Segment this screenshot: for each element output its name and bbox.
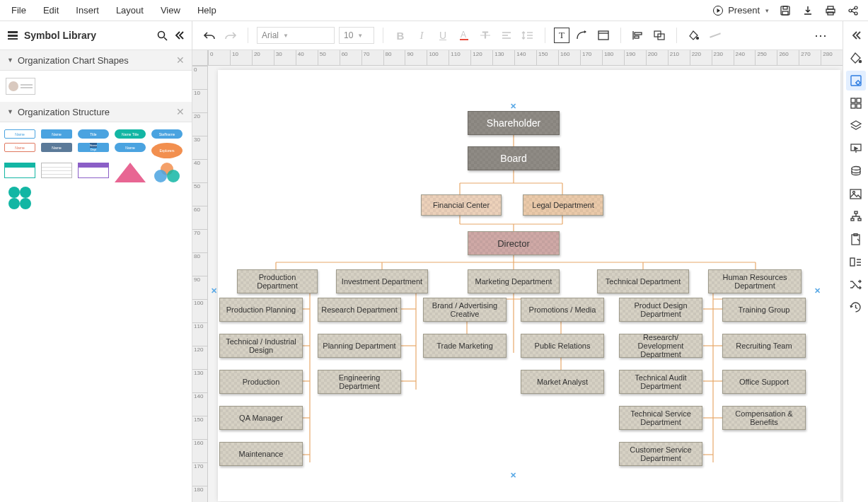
line-style-button[interactable] [707, 27, 724, 44]
download-icon[interactable] [802, 4, 814, 17]
shape-explorers[interactable]: Explorers [151, 143, 183, 158]
properties-icon[interactable] [846, 71, 866, 91]
columns-icon[interactable] [846, 252, 866, 272]
node-prod-0[interactable]: Production Planning [219, 298, 303, 322]
fill-tool-icon[interactable] [846, 48, 866, 68]
line-spacing-button[interactable] [519, 27, 536, 44]
container-button[interactable] [595, 27, 612, 44]
search-icon[interactable] [156, 30, 168, 41]
node-inv-1[interactable]: Planning Department [318, 334, 401, 358]
shape-org-card[interactable] [6, 78, 35, 95]
node-prod-4[interactable]: Maintenance [219, 442, 303, 466]
font-color-button[interactable]: A [456, 27, 473, 44]
history-icon[interactable] [846, 297, 866, 317]
more-button[interactable]: ⋯ [814, 28, 828, 43]
group-button[interactable] [651, 27, 668, 44]
tree-icon[interactable] [846, 206, 866, 226]
shape-name-outline-red[interactable]: Name [4, 143, 35, 152]
align-objects-button[interactable] [630, 27, 647, 44]
node-hr-1[interactable]: Recruiting Team [722, 334, 806, 358]
text-tool-button[interactable]: T [554, 28, 569, 43]
shape-venn[interactable] [151, 163, 183, 182]
clipboard-icon[interactable] [846, 229, 866, 249]
connector-button[interactable] [574, 27, 591, 44]
italic-button[interactable]: I [413, 27, 430, 44]
data-icon[interactable] [846, 161, 866, 181]
canvas[interactable]: ✕ ✕ ✕ ✕ [208, 66, 843, 502]
node-tech-4[interactable]: Customer Service Department [619, 442, 702, 466]
close-icon[interactable]: ✕ [176, 54, 185, 66]
page[interactable]: ✕ ✕ ✕ ✕ [218, 70, 840, 501]
shape-name-dark[interactable]: Name [41, 143, 72, 152]
node-prod-2[interactable]: Production [219, 370, 303, 394]
node-inv-0[interactable]: Research Department [318, 298, 401, 322]
shape-triangle[interactable] [115, 163, 146, 182]
strike-button[interactable]: T [477, 27, 494, 44]
node-tech-3[interactable]: Technical Service Department [619, 406, 702, 430]
node-tech-2[interactable]: Technical Audit Department [619, 370, 702, 394]
shape-name-solid[interactable]: Name [41, 129, 72, 139]
shape-title[interactable]: Title [78, 129, 109, 139]
node-mktr-0[interactable]: Promotions / Media [521, 298, 604, 322]
node-mktr-1[interactable]: Public Relations [521, 334, 604, 358]
node-mkt-0[interactable]: Brand / Advertising Creative [423, 298, 507, 322]
node-hr-2[interactable]: Office Support [722, 370, 806, 394]
node-financial[interactable]: Financial Center [421, 194, 502, 216]
menu-layout[interactable]: Layout [116, 5, 144, 16]
node-tech-1[interactable]: Research/ Development Department [619, 334, 702, 358]
node-dept-production[interactable]: Production Department [237, 269, 318, 293]
menu-edit[interactable]: Edit [43, 5, 59, 16]
node-hr-0[interactable]: Training Group [722, 298, 806, 322]
image-icon[interactable] [846, 184, 866, 204]
align-button[interactable] [498, 27, 515, 44]
node-board[interactable]: Board [468, 146, 560, 170]
node-dept-hr[interactable]: Human Resources Department [708, 269, 802, 293]
shape-table-grid[interactable] [41, 163, 72, 178]
node-dept-technical[interactable]: Technical Department [597, 269, 689, 293]
section-org-structure[interactable]: ▼ Organization Structure ✕ [0, 102, 192, 122]
node-tech-0[interactable]: Product Design Department [619, 298, 702, 322]
redo-button[interactable] [222, 27, 239, 44]
node-inv-2[interactable]: Engineering Department [318, 370, 401, 394]
fill-button[interactable] [685, 27, 702, 44]
grid-icon[interactable] [846, 93, 866, 113]
node-prod-3[interactable]: QA Manager [219, 406, 303, 430]
anchor-left[interactable]: ✕ [211, 286, 217, 296]
menu-insert[interactable]: Insert [76, 5, 99, 16]
shape-table-teal[interactable] [4, 163, 35, 178]
node-prod-1[interactable]: Technical / Industrial Design [219, 334, 303, 358]
node-legal[interactable]: Legal Department [523, 194, 603, 216]
shape-name-round[interactable]: Name [115, 143, 146, 152]
share-icon[interactable] [847, 4, 860, 17]
presentation-icon[interactable] [846, 139, 866, 158]
layers-icon[interactable] [846, 116, 866, 136]
expand-right-icon[interactable] [846, 25, 866, 45]
undo-button[interactable] [201, 27, 218, 44]
node-shareholder[interactable]: Shareholder [468, 111, 560, 135]
print-icon[interactable] [824, 4, 837, 17]
menu-help[interactable]: Help [197, 5, 216, 16]
node-hr-3[interactable]: Compensation & Benefits [722, 406, 806, 430]
shuffle-icon[interactable] [846, 274, 866, 294]
anchor-top[interactable]: ✕ [510, 102, 516, 111]
save-icon[interactable] [779, 4, 792, 17]
bold-button[interactable]: B [392, 27, 409, 44]
shape-table-purple[interactable] [78, 163, 109, 178]
font-selector[interactable]: Arial▼ [257, 27, 335, 44]
section-org-shapes[interactable]: ▼ Organization Chart Shapes ✕ [0, 50, 192, 71]
shape-staffname[interactable]: Staffname [151, 129, 183, 139]
node-director[interactable]: Director [468, 231, 560, 255]
node-mkt-1[interactable]: Trade Marketing [423, 334, 507, 358]
node-dept-investment[interactable]: Investment Department [336, 269, 428, 293]
underline-button[interactable]: U [434, 27, 451, 44]
collapse-icon[interactable] [173, 30, 185, 41]
menu-view[interactable]: View [161, 5, 180, 16]
shape-name-outline[interactable]: Name [4, 129, 35, 139]
close-icon[interactable]: ✕ [176, 106, 185, 117]
shape-four-circles[interactable] [4, 187, 35, 209]
shape-name-title[interactable]: Name Title [115, 129, 146, 139]
menu-file[interactable]: File [11, 5, 26, 16]
shape-name-dept[interactable]: NameDept [78, 143, 109, 152]
font-size-selector[interactable]: 10▼ [339, 27, 374, 44]
node-dept-marketing[interactable]: Marketing Department [468, 269, 560, 293]
